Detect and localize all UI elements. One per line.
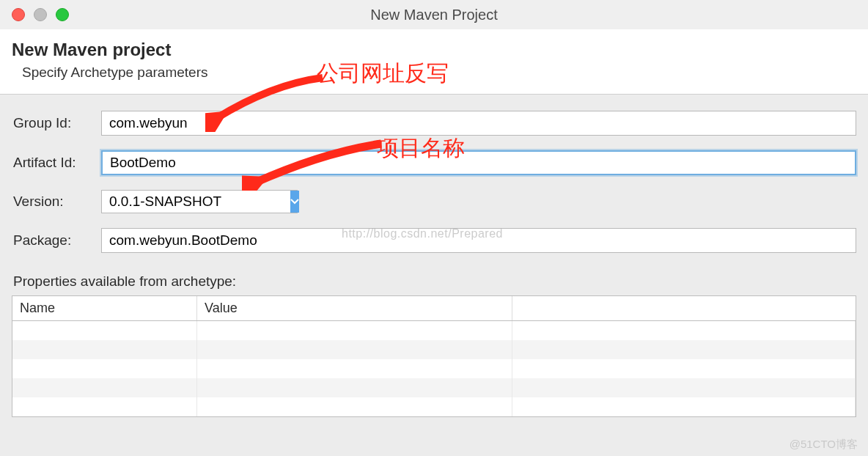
table-row[interactable] xyxy=(12,397,856,416)
column-name[interactable]: Name xyxy=(12,296,197,320)
artifact-id-input[interactable] xyxy=(101,150,856,175)
version-label: Version: xyxy=(13,194,101,210)
package-input[interactable] xyxy=(101,228,856,253)
table-body xyxy=(12,321,856,416)
titlebar: New Maven Project xyxy=(0,0,868,29)
table-row[interactable] xyxy=(12,340,856,359)
column-value[interactable]: Value xyxy=(197,296,512,320)
wizard-header: New Maven project Specify Archetype para… xyxy=(0,29,868,95)
close-icon[interactable] xyxy=(12,8,25,21)
table-row[interactable] xyxy=(12,378,856,397)
package-row: Package: xyxy=(13,228,856,253)
properties-table: Name Value xyxy=(12,295,856,417)
version-input[interactable] xyxy=(102,191,290,213)
version-row: Version: xyxy=(13,190,856,213)
maximize-icon[interactable] xyxy=(56,8,69,21)
page-title: New Maven project xyxy=(12,40,856,60)
page-subtitle: Specify Archetype parameters xyxy=(12,65,856,81)
table-header: Name Value xyxy=(12,296,856,321)
group-id-row: Group Id: xyxy=(13,111,856,136)
properties-label: Properties available from archetype: xyxy=(13,273,868,290)
group-id-label: Group Id: xyxy=(13,115,101,131)
window-title: New Maven Project xyxy=(370,7,497,23)
table-row[interactable] xyxy=(12,359,856,378)
group-id-input[interactable] xyxy=(101,111,856,136)
watermark-51cto: @51CTO博客 xyxy=(790,438,858,452)
package-label: Package: xyxy=(13,232,101,249)
column-rest xyxy=(512,296,856,320)
form-area: Group Id: Artifact Id: Version: Package: xyxy=(0,95,868,269)
minimize-icon[interactable] xyxy=(34,8,47,21)
table-row[interactable] xyxy=(12,321,856,340)
artifact-id-label: Artifact Id: xyxy=(13,155,101,171)
version-combo[interactable] xyxy=(101,190,298,213)
artifact-id-row: Artifact Id: xyxy=(13,150,856,175)
traffic-lights xyxy=(12,8,69,21)
chevron-down-icon[interactable] xyxy=(290,191,299,213)
